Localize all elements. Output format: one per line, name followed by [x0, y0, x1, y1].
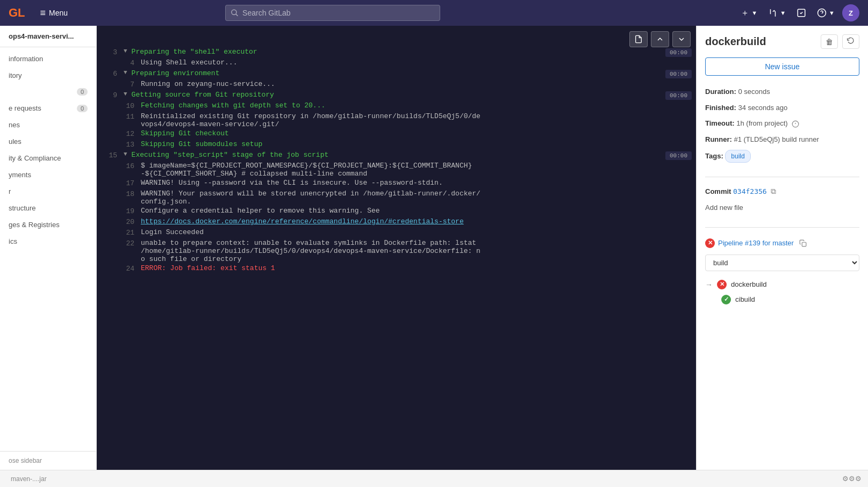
- job-item-dockerbuild[interactable]: → ✕ dockerbuild: [705, 280, 859, 289]
- job-arrow-icon: →: [705, 280, 713, 289]
- timeout-label: Timeout:: [705, 119, 735, 127]
- avatar[interactable]: Z: [842, 4, 859, 21]
- sidebar-item-monitor[interactable]: r: [0, 183, 96, 200]
- main-layout: ops4-maven-servi... information itory 0 …: [0, 26, 868, 470]
- log-toolbar: [629, 31, 691, 47]
- log-line-number: 10: [118, 101, 134, 110]
- menu-button[interactable]: ≡ Menu: [36, 6, 73, 20]
- log-line[interactable]: 18 WARNING! Your password will be stored…: [97, 189, 696, 206]
- new-issue-button[interactable]: New issue: [705, 57, 859, 76]
- collapse-icon[interactable]: ▼: [124, 48, 127, 54]
- timeout-info-icon: [792, 120, 799, 128]
- sidebar-item-pipelines[interactable]: nes: [0, 117, 96, 133]
- log-line[interactable]: 22 unable to prepare context: unable to …: [97, 238, 696, 264]
- log-line-text: WARNING! Using --password via the CLI is…: [141, 179, 692, 187]
- scroll-bottom-button[interactable]: [672, 31, 691, 47]
- sidebar-item-label-repository: itory: [9, 71, 88, 79]
- sidebar-section: information itory 0 e requests 0 nes ule…: [0, 47, 96, 253]
- gitlab-logo[interactable]: GL: [9, 6, 25, 20]
- log-line-text: Skipping Git submodules setup: [141, 140, 692, 148]
- raw-log-button[interactable]: [629, 31, 648, 47]
- log-line[interactable]: 7 Running on zeyang-nuc-service...: [97, 79, 696, 90]
- job-name-dockerbuild: dockerbuild: [731, 280, 767, 288]
- log-line[interactable]: 9 ▼ Getting source from Git repository 0…: [97, 90, 696, 101]
- search-bar[interactable]: [225, 5, 440, 21]
- help-button[interactable]: ▼: [814, 5, 838, 21]
- finished-row: Finished: 34 seconds ago: [705, 103, 859, 113]
- bottom-bar-item[interactable]: maven-....jar: [6, 475, 51, 483]
- sidebar-item-modules[interactable]: ules: [0, 133, 96, 150]
- mr-button[interactable]: ▼: [765, 5, 789, 21]
- search-icon: [231, 9, 238, 17]
- sidebar-item-infrastructure[interactable]: structure: [0, 200, 96, 216]
- delete-job-button[interactable]: 🗑: [821, 34, 838, 49]
- collapse-icon[interactable]: ▼: [124, 91, 127, 97]
- todo-button[interactable]: [793, 5, 809, 21]
- help-icon: [817, 8, 827, 18]
- log-line-text: $ imageName=${CI_PROJECT_ROOT_NAMESPACE}…: [141, 162, 692, 178]
- pipeline-link[interactable]: Pipeline #139 for master: [718, 239, 794, 247]
- pipeline-status-icon: ✕: [705, 238, 715, 248]
- log-line[interactable]: 4 Using Shell executor...: [97, 58, 696, 69]
- add-button[interactable]: ＋ ▼: [737, 4, 761, 22]
- sidebar-item-label-pipelines: nes: [9, 121, 88, 129]
- scroll-bottom-icon: [677, 35, 686, 43]
- copy-pipeline-icon[interactable]: [799, 239, 807, 247]
- sidebar-item-packages-registries[interactable]: ges & Registries: [0, 216, 96, 233]
- sidebar-item-information[interactable]: information: [0, 50, 96, 67]
- finished-value: 34 seconds ago: [738, 104, 787, 112]
- log-line-number: 19: [118, 207, 134, 215]
- log-line[interactable]: 21 Login Succeeded: [97, 228, 696, 238]
- job-item-cibuild[interactable]: ✓ cibuild: [705, 295, 859, 304]
- log-line[interactable]: 12 Skipping Git checkout: [97, 129, 696, 140]
- close-sidebar-button[interactable]: ose sidebar: [0, 451, 96, 470]
- pipeline-stage-select[interactable]: build: [705, 255, 859, 271]
- log-line[interactable]: 24 ERROR: Job failed: exit status 1: [97, 264, 696, 274]
- log-line[interactable]: 13 Skipping Git submodules setup: [97, 140, 696, 150]
- search-input[interactable]: [242, 5, 434, 20]
- scroll-top-button[interactable]: [651, 31, 669, 47]
- right-panel-actions: 🗑: [821, 34, 859, 49]
- sidebar-item-label-merge-requests: e requests: [9, 104, 77, 112]
- job-success-icon: ✓: [721, 295, 731, 304]
- log-line[interactable]: 3 ▼ Preparing the "shell" executor 00:00: [97, 47, 696, 58]
- sidebar-item-deployments[interactable]: yments: [0, 166, 96, 183]
- log-line[interactable]: 15 ▼ Executing "step_script" stage of th…: [97, 150, 696, 161]
- sidebar-item-analytics[interactable]: ics: [0, 233, 96, 250]
- log-line[interactable]: 19 Configure a credential helper to remo…: [97, 206, 696, 217]
- log-line[interactable]: 16 $ imageName=${CI_PROJECT_ROOT_NAMESPA…: [97, 161, 696, 178]
- topnav: GL ≡ Menu ＋ ▼ ▼ ▼: [0, 0, 868, 26]
- copy-commit-icon[interactable]: ⧉: [771, 187, 776, 195]
- sidebar-project-name[interactable]: ops4-maven-servi...: [0, 26, 96, 47]
- log-line-text: Running on zeyang-nuc-service...: [141, 80, 692, 88]
- collapse-icon[interactable]: ▼: [124, 151, 127, 157]
- sidebar-item-label-infrastructure: structure: [9, 204, 88, 212]
- commit-hash-link[interactable]: 034f2356: [733, 187, 767, 195]
- sidebar-item-issues[interactable]: 0: [0, 84, 96, 100]
- sidebar-item-security-compliance[interactable]: ity & Compliance: [0, 150, 96, 166]
- log-line-number: 16: [118, 162, 134, 170]
- sidebar-item-merge-requests[interactable]: e requests 0: [0, 100, 96, 117]
- log-line-text-link[interactable]: https://docs.docker.com/engine/reference…: [141, 217, 692, 226]
- log-line[interactable]: 11 Reinitialized existing Git repository…: [97, 112, 696, 129]
- log-line-time: 00:00: [665, 91, 692, 100]
- commit-message: Add new file: [705, 203, 743, 212]
- retry-job-button[interactable]: [842, 34, 859, 49]
- runner-label: Runner:: [705, 135, 732, 143]
- log-line[interactable]: 10 Fetching changes with git depth set t…: [97, 101, 696, 112]
- duration-value: 0 seconds: [738, 88, 770, 96]
- bottom-bar-icons: ⚙⚙⚙: [842, 475, 862, 483]
- log-line-text-error: ERROR: Job failed: exit status 1: [141, 264, 692, 272]
- hamburger-icon: ≡: [40, 8, 46, 18]
- sidebar-item-repository[interactable]: itory: [0, 67, 96, 84]
- log-line[interactable]: 20 https://docs.docker.com/engine/refere…: [97, 217, 696, 228]
- log-line-number: 7: [118, 80, 134, 89]
- raw-icon: [634, 35, 643, 43]
- right-panel-title: dockerbuild 🗑: [705, 34, 859, 49]
- log-line[interactable]: 17 WARNING! Using --password via the CLI…: [97, 178, 696, 189]
- log-line[interactable]: 6 ▼ Preparing environment 00:00: [97, 69, 696, 79]
- collapse-icon[interactable]: ▼: [124, 69, 127, 76]
- duration-label: Duration:: [705, 88, 736, 96]
- svg-point-0: [232, 10, 236, 14]
- log-line-number: 13: [118, 140, 134, 149]
